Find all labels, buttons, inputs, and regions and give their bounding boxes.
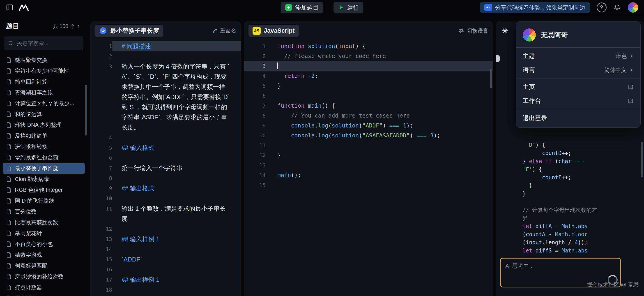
problem-list-item[interactable]: 比赛最高获胜次数 xyxy=(3,217,85,228)
code-line[interactable]: 6 xyxy=(244,91,493,101)
document-icon xyxy=(6,133,12,139)
code-line[interactable]: 14main(); xyxy=(244,170,493,180)
code-text: } xyxy=(266,81,493,91)
problem-list: 链表聚集交换字符串有多少种可能性简单四则计算青海湖租车之旅计算位置 x 到 y … xyxy=(0,55,88,296)
problem-title-pill[interactable]: 最小替换子串长度 xyxy=(95,25,163,37)
code-line[interactable]: 15 xyxy=(244,180,493,190)
scrollbar-thumb[interactable] xyxy=(641,142,643,177)
ai-generated-code: D') { countD++;} else if (char ==='F') {… xyxy=(522,141,634,255)
code-line[interactable]: 9 console.log(solution("ADDF") === 1); xyxy=(244,121,493,131)
run-button[interactable]: 运行 xyxy=(334,2,363,13)
code-text: main(); xyxy=(266,170,493,180)
problem-list-item[interactable]: 百分位数 xyxy=(3,206,85,217)
problem-list-item[interactable]: 及格如此简单 xyxy=(3,130,85,141)
scrollbar-thumb[interactable] xyxy=(490,69,492,88)
code-line[interactable]: 13 xyxy=(244,160,493,170)
run-label: 运行 xyxy=(347,4,359,12)
code-line[interactable]: 11 xyxy=(244,141,493,150)
line-number: 4 xyxy=(244,71,266,81)
markdown-text xyxy=(112,194,241,204)
line-number: 4 xyxy=(90,133,112,143)
code-line[interactable]: 2 // Please write your code here xyxy=(244,51,493,61)
circle-arrow-down-icon[interactable] xyxy=(99,27,107,35)
code-line[interactable]: 8 // You can add more test cases here xyxy=(244,111,493,121)
problem-list-item[interactable]: 阿 D 的飞行路线 xyxy=(3,195,85,206)
code-line[interactable]: 3 xyxy=(244,61,493,71)
code-line[interactable]: 5} xyxy=(244,81,493,91)
code-line[interactable]: 10 console.log(solution("ASAFASAFADDD") … xyxy=(244,131,493,141)
user-avatar[interactable] xyxy=(628,2,638,13)
panel-toggle-icon[interactable] xyxy=(6,4,14,11)
problem-list-item[interactable]: 不再贪心的小包 xyxy=(3,239,85,249)
problem-list-item[interactable]: 穿越沙漠的补给次数 xyxy=(3,271,85,282)
scrollbar-thumb[interactable] xyxy=(85,85,87,136)
line-number: 10 xyxy=(244,131,266,141)
user-menu-profile: 无忌阿哥 xyxy=(516,23,640,46)
sort-icon[interactable] xyxy=(77,24,82,29)
code-line[interactable]: 4 return -2; xyxy=(244,71,493,81)
menu-item-workspace[interactable]: 工作台 xyxy=(516,94,640,108)
menu-item-language[interactable]: 语言 简体中文 xyxy=(516,63,640,77)
problem-list-item[interactable]: Cion 勒索病毒 xyxy=(3,174,85,185)
problem-list-item[interactable]: 猜数字游戏 xyxy=(3,249,85,260)
problem-list-item[interactable]: 进制求和转换 xyxy=(3,141,85,152)
document-icon xyxy=(6,165,12,171)
code-line[interactable]: 7function main() { xyxy=(244,101,493,111)
asterisk-icon[interactable] xyxy=(502,27,509,34)
markdown-line: 9## 输出格式 xyxy=(90,183,241,194)
ai-chat-input[interactable] xyxy=(505,262,604,283)
speaker-icon xyxy=(484,4,492,11)
document-icon xyxy=(6,111,12,117)
markdown-line: 3输入一个长度为 4 倍数的字符串，只有 `A`、`S`、`D`、`F` 四个字… xyxy=(90,62,241,133)
problem-list-item[interactable]: 创意标题匹配 xyxy=(3,260,85,271)
switch-language-button[interactable]: 切换语言 xyxy=(458,27,488,34)
document-icon xyxy=(6,122,12,128)
search-input[interactable] xyxy=(16,40,87,47)
code-editor[interactable]: 1function solution(input) {2 // Please w… xyxy=(244,38,493,190)
swap-arrows-icon xyxy=(458,28,464,34)
problem-list-item[interactable]: 和的逆运算 xyxy=(3,109,85,120)
bell-icon[interactable] xyxy=(613,4,621,11)
code-line[interactable]: 1function solution(input) { xyxy=(244,41,493,51)
markdown-line: 1# 问题描述 xyxy=(90,41,241,52)
problem-list-item[interactable]: 蛋糕工厂 xyxy=(3,293,85,296)
promo-banner[interactable]: 分享代码练习体验，领限量定制周边 xyxy=(480,2,590,13)
sidebar-header: 题目 共 100 个 xyxy=(0,21,88,31)
problem-list-item[interactable]: 暴雨梨花针 xyxy=(3,228,85,239)
problem-list-item[interactable]: 最小替换子串长度 xyxy=(3,163,85,174)
rename-button[interactable]: 重命名 xyxy=(212,27,236,34)
help-icon[interactable]: ? xyxy=(597,3,606,13)
add-problem-button[interactable]: + 添加题目 xyxy=(281,2,323,13)
help-label: ? xyxy=(600,4,604,11)
code-text: // Please write your code here xyxy=(266,51,493,61)
code-text xyxy=(266,91,493,101)
menu-item-theme[interactable]: 主题 暗色 xyxy=(516,49,640,63)
problem-list-item[interactable]: 字符串有多少种可能性 xyxy=(3,65,85,76)
language-pill[interactable]: JS JavaScript xyxy=(248,25,299,37)
problem-list-item[interactable]: 环状 DNA 序列整理 xyxy=(3,120,85,130)
search-box[interactable] xyxy=(4,37,84,50)
problem-list-item[interactable]: 打点计数器 xyxy=(3,282,85,293)
assistant-code-line: (countA - Math.floor xyxy=(522,230,634,238)
theme-value: 暗色 xyxy=(616,52,627,60)
problem-list-item[interactable]: 计算位置 x 到 y 的最少... xyxy=(3,98,85,109)
home-label: 主页 xyxy=(523,83,535,91)
assistant-code-line: 'F') { xyxy=(522,165,634,173)
divider xyxy=(516,78,640,79)
app-logo-icon[interactable] xyxy=(18,4,29,11)
problem-list-item[interactable]: 拿到最多红包金额 xyxy=(3,152,85,163)
markdown-line: 13## 输入样例 1 xyxy=(90,234,241,244)
markdown-editor[interactable]: 1# 问题描述23输入一个长度为 4 倍数的字符串，只有 `A`、`S`、`D`… xyxy=(90,38,241,295)
problem-list-item[interactable]: 简单四则计算 xyxy=(3,76,85,87)
problem-title: Cion 勒索病毒 xyxy=(15,176,49,183)
problem-list-item[interactable]: RGB 色值转 Integer xyxy=(3,185,85,195)
menu-item-home[interactable]: 主页 xyxy=(516,80,640,94)
problem-list-item[interactable]: 链表聚集交换 xyxy=(3,55,85,65)
problem-title: 及格如此简单 xyxy=(15,132,47,139)
line-number: 8 xyxy=(244,111,266,121)
code-line[interactable]: 12} xyxy=(244,150,493,160)
panel-drag-handle[interactable] xyxy=(496,55,500,62)
problem-list-item[interactable]: 青海湖租车之旅 xyxy=(3,87,85,98)
document-icon xyxy=(6,100,12,106)
menu-item-logout[interactable]: 退出登录 xyxy=(516,111,640,126)
